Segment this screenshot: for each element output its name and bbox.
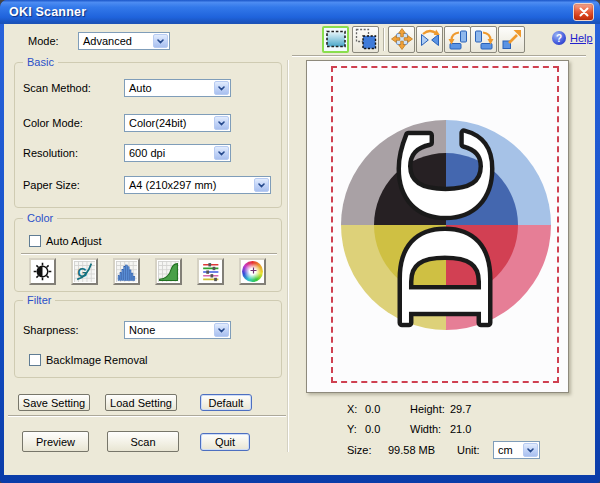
selection-rect[interactable] — [331, 66, 559, 383]
toolbar-separator — [383, 28, 385, 51]
help-icon: ? — [552, 31, 566, 45]
tone-curve-button[interactable] — [155, 258, 182, 285]
unit-select[interactable]: cm — [493, 441, 540, 459]
scan-method-label: Scan Method: — [23, 82, 91, 95]
resolution-label: Resolution: — [23, 147, 78, 160]
select-region-icon — [324, 27, 348, 53]
color-mode-label: Color Mode: — [23, 117, 83, 130]
hue-wheel-icon — [242, 261, 263, 282]
tone-curve-icon — [158, 261, 179, 282]
height-label: Height: — [410, 403, 445, 415]
color-mode-value: Color(24bit) — [129, 117, 186, 129]
gamma-icon: G — [74, 261, 95, 282]
chevron-down-icon — [214, 81, 229, 95]
color-balance-button[interactable] — [197, 258, 224, 285]
toolbar-pan-button[interactable] — [388, 26, 415, 53]
auto-adjust-checkbox[interactable] — [29, 235, 41, 247]
color-group-legend: Color — [23, 212, 57, 225]
window-title: OKI Scanner — [9, 5, 86, 19]
filter-group-legend: Filter — [23, 294, 55, 307]
preview-button[interactable]: Preview — [22, 431, 89, 452]
toolbar-select-region-button[interactable] — [322, 26, 349, 53]
close-button[interactable] — [573, 3, 594, 21]
width-value: 21.0 — [450, 423, 471, 435]
toolbar-mirror-button[interactable] — [416, 26, 443, 53]
brightness-contrast-icon — [32, 261, 53, 282]
rotate-left-icon — [446, 27, 470, 53]
histogram-icon — [116, 261, 137, 282]
hue-wheel-button[interactable] — [239, 258, 266, 285]
resolution-select[interactable]: 600 dpi — [124, 144, 231, 162]
quit-button[interactable]: Quit — [200, 433, 250, 451]
size-value: 99.58 MB — [388, 444, 435, 456]
scan-button[interactable]: Scan — [107, 431, 179, 452]
height-value: 29.7 — [450, 403, 471, 415]
y-label: Y: — [347, 423, 357, 435]
resize-icon — [500, 27, 524, 53]
chevron-down-icon — [214, 116, 229, 130]
divider — [21, 253, 277, 255]
scan-method-select[interactable]: Auto — [124, 79, 231, 97]
sharpness-select[interactable]: None — [124, 321, 231, 339]
paper-size-select[interactable]: A4 (210x297 mm) — [124, 176, 271, 194]
paper-size-label: Paper Size: — [23, 179, 80, 192]
brightness-contrast-button[interactable] — [29, 258, 56, 285]
unit-label: Unit: — [457, 444, 480, 456]
toolbar-rotate-right-button[interactable] — [470, 26, 497, 53]
load-setting-button[interactable]: Load Setting — [105, 394, 177, 411]
mode-label: Mode: — [28, 35, 59, 48]
toolbar-rotate-left-button[interactable] — [444, 26, 471, 53]
auto-adjust-label: Auto Adjust — [46, 235, 102, 248]
basic-group: Basic Scan Method: Auto Color Mode: Colo… — [14, 62, 282, 208]
filter-group: Filter Sharpness: None BackImage Removal — [14, 300, 282, 378]
divider — [8, 415, 286, 417]
x-label: X: — [347, 403, 357, 415]
save-setting-button[interactable]: Save Setting — [18, 394, 90, 411]
color-group: Color Auto Adjust G — [14, 218, 282, 292]
sharpness-value: None — [129, 324, 155, 336]
basic-group-legend: Basic — [23, 56, 58, 69]
resolution-value: 600 dpi — [129, 147, 165, 159]
histogram-button[interactable] — [113, 258, 140, 285]
y-value: 0.0 — [365, 423, 380, 435]
backimage-removal-label: BackImage Removal — [46, 354, 148, 367]
close-icon — [579, 7, 589, 17]
titlebar[interactable]: OKI Scanner — [0, 0, 600, 24]
chevron-down-icon — [153, 34, 168, 48]
mode-select[interactable]: Advanced — [78, 32, 170, 50]
chevron-down-icon — [254, 178, 269, 192]
size-label: Size: — [347, 444, 371, 456]
sharpness-label: Sharpness: — [23, 324, 79, 337]
color-mode-select[interactable]: Color(24bit) — [124, 114, 231, 132]
move-region-icon — [354, 27, 378, 53]
divider — [287, 60, 289, 452]
toolbar-resize-button[interactable] — [498, 26, 525, 53]
gamma-glyph: G — [77, 266, 87, 280]
mirror-horizontal-icon — [418, 27, 442, 53]
help-link[interactable]: ? Help — [552, 31, 593, 45]
unit-value: cm — [498, 444, 513, 456]
paper-size-value: A4 (210x297 mm) — [129, 179, 216, 191]
dialog-client-area: Mode: Advanced — [4, 24, 595, 475]
scanner-dialog-window: OKI Scanner Mode: Advanced — [0, 0, 600, 483]
x-value: 0.0 — [365, 403, 380, 415]
scan-method-value: Auto — [129, 82, 152, 94]
preview-page: DC — [306, 60, 569, 393]
mode-select-value: Advanced — [83, 35, 132, 47]
color-balance-icon — [200, 261, 221, 282]
chevron-down-icon — [523, 443, 538, 457]
toolbar-move-region-button[interactable] — [352, 26, 379, 53]
chevron-down-icon — [214, 323, 229, 337]
pan-arrows-icon — [390, 27, 414, 53]
width-label: Width: — [410, 423, 441, 435]
gamma-button[interactable]: G — [71, 258, 98, 285]
help-label: Help — [570, 32, 593, 44]
divider — [292, 55, 586, 57]
default-button[interactable]: Default — [200, 394, 252, 411]
chevron-down-icon — [214, 146, 229, 160]
rotate-right-icon — [472, 27, 496, 53]
backimage-removal-checkbox[interactable] — [29, 354, 41, 366]
